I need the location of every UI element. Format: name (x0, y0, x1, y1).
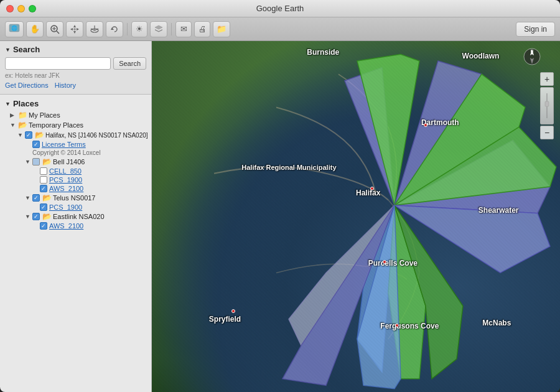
separator-2 (171, 23, 172, 35)
zoom-in-button[interactable] (46, 21, 63, 37)
eastlink-checkbox[interactable]: ✓ (32, 213, 40, 220)
telus-folder-icon: 📂 (42, 194, 52, 202)
search-input[interactable] (5, 57, 111, 70)
places-title: Places (13, 99, 39, 108)
svg-text:N: N (531, 49, 533, 53)
bell-folder-icon: 📂 (42, 157, 52, 166)
window-title: Google Earth (256, 4, 304, 13)
print-button[interactable]: 🖨 (194, 21, 210, 37)
places-expand-icon[interactable]: ▼ (5, 101, 11, 107)
folder-button[interactable]: 📁 (213, 21, 230, 37)
pan-button[interactable] (66, 21, 83, 37)
sidebar: ▼ Search Search ex: Hotels near JFK Get … (0, 41, 152, 392)
search-title: Search (13, 45, 40, 54)
pan-icon (70, 24, 80, 34)
maximize-button[interactable] (29, 5, 36, 12)
tilt-icon (90, 24, 100, 34)
dot-dartmouth (424, 123, 427, 127)
close-button[interactable] (6, 5, 14, 12)
dot-spryfield (231, 309, 235, 313)
main-content: ▼ Search Search ex: Hotels near JFK Get … (0, 41, 560, 392)
search-button[interactable]: Search (113, 57, 146, 70)
aws-2100-eastlink-checkbox[interactable]: ✓ (40, 222, 47, 230)
telus-checkbox[interactable]: ✓ (32, 194, 40, 202)
places-header: ▼ Places (0, 97, 151, 110)
minimize-button[interactable] (17, 5, 25, 12)
sign-in-button[interactable]: Sign in (516, 22, 555, 37)
dot-halifax (370, 187, 374, 190)
license-terms-item[interactable]: ▶ ✓ License Terms (0, 140, 151, 149)
rotate-button[interactable] (106, 21, 123, 37)
get-directions-link[interactable]: Get Directions (5, 82, 49, 89)
temp-places-folder-icon: 📂 (17, 121, 27, 129)
zoom-in-map-button[interactable]: + (540, 72, 554, 86)
zoom-slider-icon (544, 90, 549, 121)
titlebar: Google Earth (0, 0, 560, 17)
email-button[interactable]: ✉ (175, 21, 192, 37)
hand-tool-button[interactable]: ✋ (26, 21, 44, 37)
separator-1 (127, 23, 128, 35)
toolbar: 🌐 ✋ (0, 17, 560, 41)
svg-marker-8 (70, 28, 73, 30)
aws-2100-eastlink-label: AWS_2100 (49, 222, 83, 230)
pcs-1900-telus-label: PCS_1900 (49, 203, 82, 211)
places-panel: ▼ Places ▶ 📁 My Places ▼ 📂 Temporary Pla… (0, 95, 151, 392)
svg-marker-17 (155, 29, 162, 32)
temp-places-label: Temporary Places (29, 121, 83, 129)
pcs-1900-telus-item[interactable]: ▶ ✓ PCS_1900 (0, 203, 151, 212)
halifax-checkbox[interactable]: ✓ (25, 131, 32, 139)
telus-arrow: ▼ (25, 195, 32, 201)
compass-icon: N (523, 47, 541, 66)
zoom-out-map-button[interactable]: − (540, 126, 554, 139)
bell-folder-item[interactable]: ▼ 📂 Bell J1406 (0, 157, 151, 167)
pcs-1900-bell-item[interactable]: ▶ PCS_1900 (0, 175, 151, 184)
license-checkbox[interactable]: ✓ (32, 141, 40, 148)
my-places-item[interactable]: ▶ 📁 My Places (0, 110, 151, 120)
eastlink-label: Eastlink NSA020 (53, 213, 105, 220)
copyright-item: ▶ Copyright © 2014 Loxcel (0, 149, 151, 157)
cell-850-checkbox[interactable] (40, 167, 47, 175)
history-link[interactable]: History (55, 82, 76, 89)
sun-button[interactable]: ☀ (131, 21, 147, 37)
pcs-1900-bell-checkbox[interactable] (40, 176, 47, 184)
app-window: Google Earth 🌐 ✋ (0, 0, 560, 392)
search-expand-icon[interactable]: ▼ (5, 47, 11, 53)
halifax-folder-item[interactable]: ▼ ✓ 📂 Halifax, NS [J1406 NS0017 NSA020] (0, 130, 151, 140)
temp-places-arrow: ▼ (10, 122, 17, 128)
search-links: Get Directions History (5, 82, 146, 89)
telus-folder-item[interactable]: ▼ ✓ 📂 Telus NS0017 (0, 193, 151, 203)
globe-button[interactable]: 🌐 (5, 21, 24, 37)
svg-marker-16 (155, 26, 162, 29)
temp-places-item[interactable]: ▼ 📂 Temporary Places (0, 120, 151, 130)
cell-850-label: CELL_850 (49, 167, 82, 175)
aws-2100-eastlink-item[interactable]: ▶ ✓ AWS_2100 (0, 222, 151, 230)
bell-checkbox[interactable] (32, 158, 40, 166)
aws-2100-bell-checkbox[interactable]: ✓ (40, 185, 47, 192)
copyright-label: Copyright © 2014 Loxcel (32, 149, 101, 156)
search-header: ▼ Search (5, 45, 146, 54)
map-controls: + − (540, 72, 554, 139)
pcs-1900-telus-checkbox[interactable]: ✓ (40, 203, 47, 211)
tilt-button[interactable] (86, 21, 103, 37)
search-hint: ex: Hotels near JFK (5, 72, 146, 79)
my-places-label: My Places (29, 111, 60, 119)
eastlink-folder-item[interactable]: ▼ ✓ 📂 Eastlink NSA020 (0, 212, 151, 222)
cell-850-item[interactable]: ▶ CELL_850 (0, 167, 151, 175)
zoom-slider[interactable] (540, 87, 554, 124)
eastlink-folder-icon: 📂 (42, 212, 52, 221)
aws-2100-bell-item[interactable]: ▶ ✓ AWS_2100 (0, 184, 151, 193)
rotate-icon (110, 24, 119, 34)
svg-rect-36 (545, 101, 549, 106)
sectors-layer (152, 41, 560, 392)
layers-icon (154, 24, 164, 34)
license-terms-label[interactable]: License Terms (42, 141, 86, 148)
map-area[interactable]: Burnside Woodlawn Dartmouth Halifax Regi… (152, 41, 560, 392)
my-places-arrow: ▶ (10, 112, 17, 118)
globe-icon: 🌐 (9, 24, 20, 35)
traffic-lights (6, 5, 36, 12)
layers-button[interactable] (150, 21, 167, 37)
svg-marker-7 (73, 31, 76, 34)
my-places-folder-icon: 📁 (17, 111, 27, 119)
search-row: Search (5, 57, 146, 70)
telus-label: Telus NS0017 (53, 194, 96, 202)
